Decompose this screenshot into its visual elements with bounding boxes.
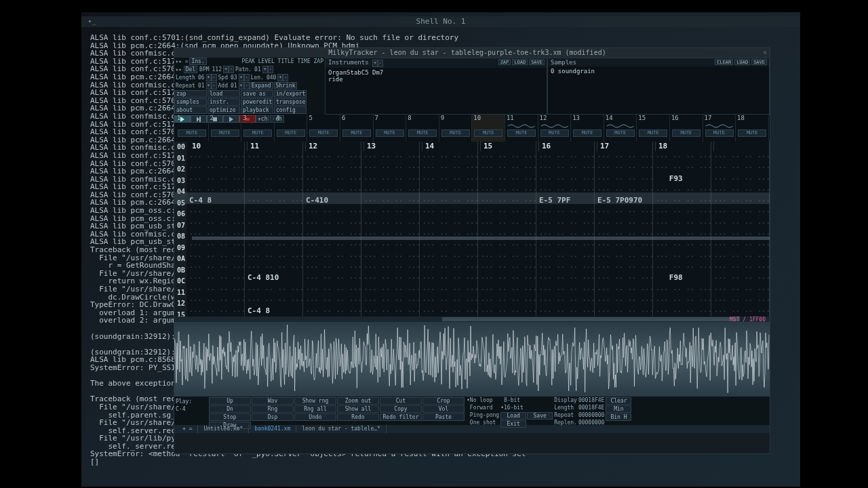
- channel-12[interactable]: 12 MUTE: [538, 115, 572, 142]
- mute-button[interactable]: MUTE: [606, 129, 635, 137]
- terminal-title: Shell No. 1: [416, 17, 466, 26]
- channel-8[interactable]: 8 MUTE: [406, 115, 439, 142]
- mute-button[interactable]: MUTE: [573, 129, 601, 137]
- channel-7[interactable]: 7 MUTE: [374, 115, 407, 142]
- pattern-hscroll[interactable]: [174, 317, 770, 322]
- sample-load-button[interactable]: Load: [500, 412, 526, 420]
- paste-button[interactable]: Paste: [422, 413, 465, 421]
- instr-zap-button[interactable]: ZAP: [498, 59, 511, 65]
- vol-button[interactable]: Vol: [422, 405, 465, 413]
- samp-save-button[interactable]: SAVE: [751, 59, 767, 65]
- instruments-list[interactable]: OrganStabC5 Dm7ride: [326, 68, 547, 84]
- channel-16[interactable]: 16 MUTE: [670, 115, 703, 142]
- instr-save-button[interactable]: SAVE: [529, 59, 545, 65]
- samples-button[interactable]: samples: [174, 98, 207, 106]
- samples-panel: Samples CLEAR LOAD SAVE 0 soundgrain: [547, 58, 770, 115]
- mute-button[interactable]: MUTE: [738, 129, 766, 137]
- mute-button[interactable]: MUTE: [540, 129, 569, 137]
- samples-list[interactable]: 0 soundgrain: [548, 66, 769, 76]
- rng-all-button[interactable]: Rng all: [294, 405, 336, 413]
- mute-button[interactable]: MUTE: [277, 129, 305, 137]
- instr-load-button[interactable]: LOAD: [512, 59, 528, 65]
- bpm-down-icon[interactable]: -: [229, 66, 234, 73]
- channel-14[interactable]: 14 MUTE: [604, 115, 637, 142]
- rng-button[interactable]: Rng: [252, 405, 294, 413]
- pattern-editor[interactable]: 000102030405060708090A0B0C111215 10 11 1…: [174, 142, 770, 317]
- status-tab-1[interactable]: Untitled.xm*: [198, 425, 249, 433]
- redo-filter-button[interactable]: Redo filter: [380, 413, 422, 421]
- row-highlight: [174, 192, 770, 204]
- channel-18[interactable]: 18 MUTE: [736, 115, 769, 142]
- channel-1[interactable]: 1 MUTE: [176, 115, 209, 142]
- close-icon[interactable]: ×: [760, 49, 770, 56]
- mute-button[interactable]: MUTE: [639, 129, 667, 137]
- zap-button[interactable]: zap: [174, 90, 207, 98]
- channel-4[interactable]: 4 MUTE: [275, 115, 308, 142]
- tabs[interactable]: PEAK LEVEL TITLE TIME ZAP: [241, 58, 325, 66]
- channel-2[interactable]: 2 MUTE: [209, 115, 242, 142]
- channel-3[interactable]: 3 MUTE: [241, 115, 275, 142]
- instr-button[interactable]: instr.: [208, 98, 240, 106]
- channel-9[interactable]: 9 MUTE: [439, 115, 473, 142]
- channel-17[interactable]: 17 MUTE: [703, 115, 736, 142]
- mute-button[interactable]: MUTE: [507, 129, 536, 137]
- channel-5[interactable]: 5 MUTE: [307, 115, 340, 142]
- inexport-button[interactable]: in/export: [274, 90, 307, 98]
- status-tab-2[interactable]: bank0241.xm: [249, 425, 296, 433]
- playback-button[interactable]: playback: [241, 106, 273, 114]
- redo-button[interactable]: Redo: [337, 413, 379, 421]
- channel-11[interactable]: 11 MUTE: [505, 115, 538, 142]
- mute-button[interactable]: MUTE: [441, 129, 470, 137]
- wav-button[interactable]: Wav: [252, 397, 294, 405]
- mute-button[interactable]: MUTE: [211, 129, 239, 137]
- mute-button[interactable]: MUTE: [376, 129, 404, 137]
- status-tab-3[interactable]: leon du star - tablele…*: [296, 425, 387, 433]
- channel-6[interactable]: 6 MUTE: [340, 115, 374, 142]
- about-button[interactable]: about: [174, 106, 207, 114]
- poweredit-button[interactable]: poweredit: [241, 98, 273, 106]
- mute-button[interactable]: MUTE: [672, 129, 701, 137]
- show-rng-button[interactable]: Show rng: [294, 397, 336, 405]
- load-button[interactable]: load: [208, 90, 240, 98]
- dn-button[interactable]: Dn: [209, 405, 251, 413]
- saveas-button[interactable]: save as: [241, 90, 273, 98]
- expand-button[interactable]: Expand: [250, 82, 273, 89]
- mute-button[interactable]: MUTE: [243, 129, 272, 137]
- del-button[interactable]: Del: [184, 66, 197, 73]
- mute-button[interactable]: MUTE: [178, 129, 206, 137]
- cut-button[interactable]: Cut: [380, 397, 422, 405]
- mute-button[interactable]: MUTE: [705, 129, 734, 137]
- dsp-button[interactable]: Dsp: [252, 413, 294, 421]
- samp-clear-button[interactable]: CLEAR: [715, 59, 733, 65]
- mute-button[interactable]: MUTE: [474, 129, 502, 137]
- optimize-button[interactable]: optimize: [208, 106, 240, 114]
- bpm-up-icon[interactable]: +: [223, 66, 229, 73]
- status-tab-new[interactable]: + =: [177, 425, 198, 433]
- copy-button[interactable]: Copy: [380, 405, 422, 413]
- channel-10[interactable]: 10 MUTE: [472, 115, 505, 142]
- stop-button[interactable]: Stop: [209, 413, 251, 421]
- sample-save-button[interactable]: Save: [527, 412, 553, 420]
- channel-15[interactable]: 15 MUTE: [637, 115, 670, 142]
- crop-button[interactable]: Crop: [422, 397, 465, 405]
- ins-button[interactable]: Ins.: [189, 58, 206, 65]
- waveform-display[interactable]: MST / 1FF00: [174, 322, 770, 396]
- clear-button[interactable]: Clear: [606, 397, 631, 405]
- shrink-button[interactable]: Shrink: [274, 82, 298, 89]
- up-button[interactable]: Up: [209, 397, 251, 405]
- terminal-icon: ▸_: [88, 17, 96, 25]
- samp-load-button[interactable]: LOAD: [734, 59, 750, 65]
- undo-button[interactable]: Undo: [294, 413, 336, 421]
- sample-exit-button[interactable]: Exit: [500, 420, 526, 428]
- channel-13[interactable]: 13 MUTE: [571, 115, 604, 142]
- show-all-button[interactable]: Show all: [337, 405, 379, 413]
- zoom-out-button[interactable]: Zoom out: [337, 397, 379, 405]
- tracker-titlebar[interactable]: MilkyTracker - leon du star - tableleg-p…: [174, 48, 770, 58]
- config-button[interactable]: config: [274, 106, 307, 114]
- transpose-button[interactable]: transpose: [274, 98, 307, 106]
- mute-button[interactable]: MUTE: [342, 129, 371, 137]
- mute-button[interactable]: MUTE: [408, 129, 437, 137]
- binh-button[interactable]: Bin H: [606, 413, 631, 421]
- min-button[interactable]: Min: [606, 405, 631, 413]
- mute-button[interactable]: MUTE: [309, 129, 338, 137]
